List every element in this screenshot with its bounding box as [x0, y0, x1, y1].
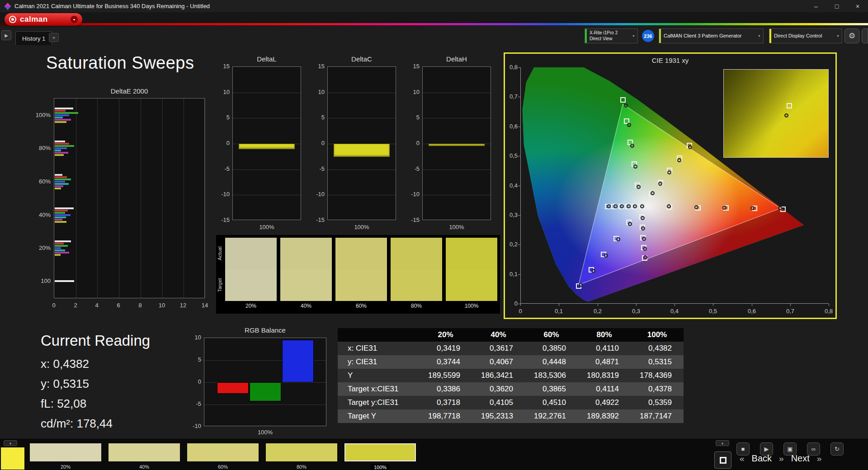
gridline — [205, 99, 206, 298]
current-reading: Current Reading x: 0,4382y: 0,5315fL: 52… — [41, 332, 150, 433]
y-axis-label: 0 — [505, 300, 518, 307]
calman-logo-menu[interactable]: calman ▼ — [5, 13, 82, 26]
cie-measured-marker — [750, 206, 755, 210]
cie-measured-marker — [667, 170, 671, 174]
y-axis-label: -5 — [212, 165, 230, 173]
table-cell: 0,4382 — [631, 342, 684, 355]
next-button[interactable]: Next — [791, 453, 810, 464]
y-axis-label: -5 — [402, 165, 420, 173]
y-axis-label: 40% — [30, 212, 51, 219]
pattern-swatch-label: 60% — [218, 464, 228, 470]
table-header: 40% — [472, 328, 525, 342]
y-axis-label: 5 — [307, 114, 325, 121]
target-swatch — [335, 269, 387, 301]
tab-history-1[interactable]: History 1 — [15, 31, 52, 45]
saturation-swatch-column: 60% — [335, 238, 387, 312]
pattern-swatch-label: 100% — [371, 464, 389, 470]
expand-left-panel-button[interactable]: ▲ — [4, 440, 17, 446]
table-cell: 0,3620 — [472, 382, 525, 396]
y-axis-label: 5 — [212, 114, 230, 121]
axis-tick — [790, 304, 791, 306]
deltac-chart: DeltaC 100% 151050-5-10-15 — [307, 55, 398, 236]
row-label: Target x:CIE31 — [338, 382, 419, 396]
logo-bar: calman ▼ — [0, 12, 868, 26]
y-axis-label: -10 — [212, 191, 230, 198]
logo-dropdown-icon[interactable]: ▼ — [71, 16, 78, 23]
y-axis-label: 0,7 — [505, 93, 518, 100]
x-axis-label: 0,2 — [594, 308, 602, 315]
table-cell: 186,3421 — [472, 369, 525, 382]
y-axis-label: 100% — [30, 112, 51, 119]
y-axis-label: 15 — [402, 63, 420, 70]
display-control-dropdown[interactable]: Direct Display Control — [769, 28, 842, 43]
refresh-button[interactable]: ↻ — [830, 442, 844, 456]
cie-measured-marker — [620, 204, 624, 208]
reading-value: x: 0,4382 — [41, 354, 150, 374]
pattern-swatch[interactable] — [30, 443, 101, 461]
y-axis-label: 0,6 — [505, 123, 518, 130]
y-axis-label: 0,3 — [505, 212, 518, 219]
x-axis-label: 0,4 — [670, 308, 679, 315]
close-button[interactable]: × — [847, 0, 868, 12]
meter-status-strip — [585, 29, 587, 43]
table-cell: 0,3386 — [419, 382, 472, 396]
cie-measured-marker — [613, 204, 618, 208]
expand-right-panel-button[interactable]: ▲ — [716, 440, 729, 446]
meter-dropdown[interactable]: X-Rite i1Pro 2Direct View — [585, 28, 638, 43]
meter-label: X-Rite i1Pro 2Direct View — [590, 30, 618, 42]
table-cell: 0,3850 — [525, 342, 578, 355]
x-axis-label: 4 — [95, 302, 98, 309]
pattern-swatch[interactable] — [344, 443, 416, 461]
calman-logo-icon — [9, 16, 16, 23]
pattern-source-dropdown[interactable]: CalMAN Client 3 Pattern Generator — [659, 28, 764, 43]
y-axis-label: 0,1 — [505, 271, 518, 278]
reading-value: cd/m²: 178,44 — [41, 414, 150, 433]
cie-measured-marker — [640, 204, 644, 208]
gridline — [423, 118, 491, 118]
last-chevron-icon[interactable]: » — [817, 454, 822, 464]
current-reading-title: Current Reading — [41, 332, 150, 349]
y-axis-label: 10 — [212, 89, 230, 96]
swatch-label: 80% — [391, 303, 442, 309]
delta-e-bar — [55, 176, 67, 178]
gridline — [233, 93, 301, 93]
pattern-swatch[interactable] — [187, 443, 259, 461]
current-reading-values: x: 0,4382y: 0,5315fL: 52,08cd/m²: 178,44 — [41, 354, 150, 433]
delta-e-bar — [55, 119, 71, 121]
x-axis-label: 14 — [202, 302, 208, 309]
table-cell: 0,4067 — [472, 355, 525, 369]
cie1931-chart: CIE 1931 xy — [504, 52, 837, 319]
table-cell: 0,3419 — [419, 342, 472, 355]
cie-measured-marker — [591, 269, 595, 273]
delta-e-bar — [55, 143, 69, 145]
forward-chevron-icon[interactable]: » — [779, 454, 784, 464]
delta-e-bar — [55, 174, 62, 176]
pattern-window-button[interactable] — [714, 451, 731, 469]
rgb-balance-plot-area — [204, 338, 326, 426]
table-row: y: CIE310,37440,40670,44480,48710,5315 — [338, 355, 684, 369]
pattern-window-icon — [720, 457, 726, 464]
app-icon — [4, 3, 11, 9]
delta-e-bar — [55, 179, 71, 180]
back-chevron-icon[interactable]: « — [740, 454, 745, 464]
restore-button[interactable]: □ — [826, 0, 847, 12]
tab-scroll-button[interactable]: ▶ — [1, 30, 11, 40]
actual-swatch — [280, 238, 332, 269]
gridline — [119, 99, 119, 298]
window-title: Calman 2021 Calman Ultimate for Business… — [14, 3, 806, 9]
gear-icon[interactable]: ⚙ — [844, 28, 859, 43]
table-cell: 195,2313 — [472, 409, 525, 423]
pattern-swatch[interactable] — [266, 443, 337, 461]
x-axis-label: 2 — [74, 302, 77, 309]
pattern-swatch[interactable] — [108, 443, 180, 461]
table-cell: 183,5306 — [525, 369, 578, 382]
minimize-button[interactable]: – — [806, 0, 826, 12]
table-cell: 189,8392 — [578, 409, 631, 423]
wizard-navigation: « Back » Next » — [740, 453, 821, 464]
cie-measured-marker — [627, 204, 631, 208]
add-tab-button[interactable]: + — [49, 33, 59, 42]
edge-panel-button[interactable] — [862, 28, 868, 43]
delta-e-bar — [55, 207, 74, 209]
back-button[interactable]: Back — [752, 453, 772, 464]
y-axis-label: 0,2 — [505, 241, 518, 248]
